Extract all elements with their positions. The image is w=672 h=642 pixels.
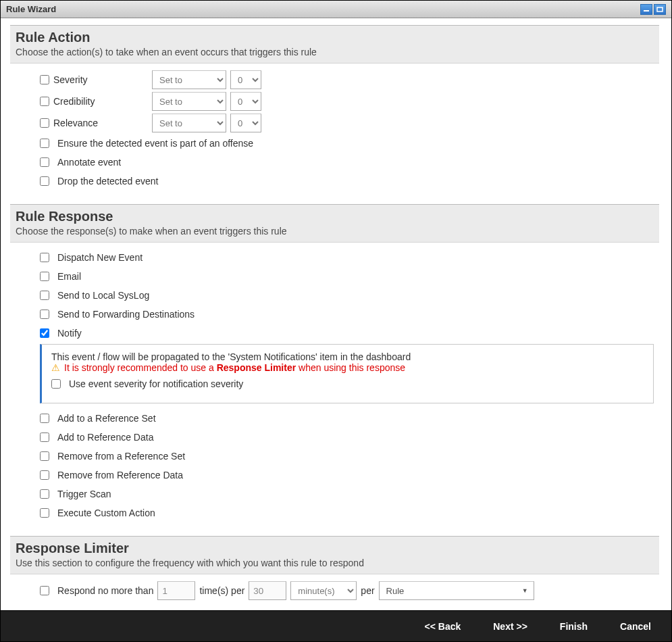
notify-warn-suffix: when using this response <box>296 362 405 373</box>
ensure-offense-label: Ensure the detected event is part of an … <box>57 138 253 149</box>
back-button[interactable]: << Back <box>425 621 461 632</box>
limiter-desc: Use this section to configure the freque… <box>16 558 654 568</box>
maximize-button[interactable] <box>654 4 666 15</box>
notify-panel: This event / flow will be propagated to … <box>40 344 654 403</box>
rule-response-desc: Choose the response(s) to make when an e… <box>16 226 654 237</box>
section-rule-response: Rule Response Choose the response(s) to … <box>10 204 659 243</box>
section-response-limiter: Response Limiter Use this section to con… <box>10 536 659 574</box>
warning-icon: ⚠ <box>51 362 60 373</box>
drop-label: Drop the detected event <box>57 176 158 187</box>
add-refset-checkbox[interactable] <box>40 414 49 423</box>
syslog-checkbox[interactable] <box>40 291 49 300</box>
limiter-unit-select[interactable]: minute(s) <box>290 581 357 600</box>
titlebar: Rule Wizard <box>1 1 671 18</box>
rem-refset-label: Remove from a Reference Set <box>57 451 185 462</box>
drop-checkbox[interactable] <box>40 176 49 186</box>
window-title: Rule Wizard <box>6 4 56 14</box>
rule-action-title: Rule Action <box>16 30 654 45</box>
svg-rect-1 <box>657 7 663 11</box>
notify-warn-bold: Response Limiter <box>217 362 296 373</box>
use-severity-label: Use event severity for notification seve… <box>69 378 243 389</box>
severity-checkbox[interactable] <box>40 75 49 84</box>
scroll-area[interactable]: Rule Action Choose the action(s) to take… <box>10 25 662 605</box>
rule-response-title: Rule Response <box>16 209 654 224</box>
email-label: Email <box>57 271 81 282</box>
relevance-value-select[interactable]: 0 <box>230 114 261 132</box>
annotate-checkbox[interactable] <box>40 157 49 167</box>
limiter-checkbox[interactable] <box>40 586 49 595</box>
dispatch-checkbox[interactable] <box>40 253 49 262</box>
add-refset-label: Add to a Reference Set <box>57 413 156 424</box>
severity-value-select[interactable]: 0 <box>230 70 261 89</box>
limiter-interval-input[interactable] <box>249 581 286 600</box>
add-refdata-checkbox[interactable] <box>40 433 49 442</box>
use-severity-checkbox[interactable] <box>51 379 61 389</box>
limiter-prefix: Respond no more than <box>57 585 153 596</box>
forward-checkbox[interactable] <box>40 310 49 319</box>
severity-mode-select[interactable]: Set to <box>152 70 226 89</box>
rem-refdata-label: Remove from Reference Data <box>57 470 183 480</box>
cancel-button[interactable]: Cancel <box>620 621 651 632</box>
ensure-offense-checkbox[interactable] <box>40 139 49 148</box>
limiter-mid: time(s) per <box>199 585 244 596</box>
relevance-label: Relevance <box>53 118 98 128</box>
limiter-per: per <box>361 585 374 596</box>
finish-button[interactable]: Finish <box>560 621 588 632</box>
notify-checkbox[interactable] <box>40 328 49 338</box>
limiter-scope-select[interactable]: Rule <box>379 581 534 600</box>
limiter-times-input[interactable] <box>157 581 195 600</box>
minimize-button[interactable] <box>640 4 652 15</box>
notify-warn-prefix: It is strongly recommended to use a <box>64 362 217 373</box>
trigger-scan-label: Trigger Scan <box>57 489 111 499</box>
dispatch-label: Dispatch New Event <box>57 252 143 263</box>
rem-refset-checkbox[interactable] <box>40 451 49 461</box>
trigger-scan-checkbox[interactable] <box>40 489 49 499</box>
add-refdata-label: Add to Reference Data <box>57 432 153 443</box>
wizard-footer: << Back Next >> Finish Cancel <box>1 610 671 641</box>
credibility-checkbox[interactable] <box>40 97 49 106</box>
credibility-value-select[interactable]: 0 <box>230 92 261 111</box>
svg-rect-0 <box>644 10 649 11</box>
rem-refdata-checkbox[interactable] <box>40 470 49 480</box>
custom-action-label: Execute Custom Action <box>57 508 155 518</box>
relevance-checkbox[interactable] <box>40 118 49 128</box>
annotate-label: Annotate event <box>57 157 121 168</box>
credibility-label: Credibility <box>53 96 95 107</box>
forward-label: Send to Forwarding Destinations <box>57 309 195 320</box>
email-checkbox[interactable] <box>40 272 49 281</box>
credibility-mode-select[interactable]: Set to <box>152 92 226 111</box>
custom-action-checkbox[interactable] <box>40 508 49 518</box>
severity-label: Severity <box>53 74 88 85</box>
rule-action-desc: Choose the action(s) to take when an eve… <box>16 47 654 57</box>
syslog-label: Send to Local SysLog <box>57 290 149 301</box>
notify-label: Notify <box>57 328 82 339</box>
next-button[interactable]: Next >> <box>493 621 527 632</box>
limiter-title: Response Limiter <box>16 541 654 556</box>
relevance-mode-select[interactable]: Set to <box>152 114 226 132</box>
notify-panel-line1: This event / flow will be propagated to … <box>51 351 644 362</box>
section-rule-action: Rule Action Choose the action(s) to take… <box>10 25 659 64</box>
